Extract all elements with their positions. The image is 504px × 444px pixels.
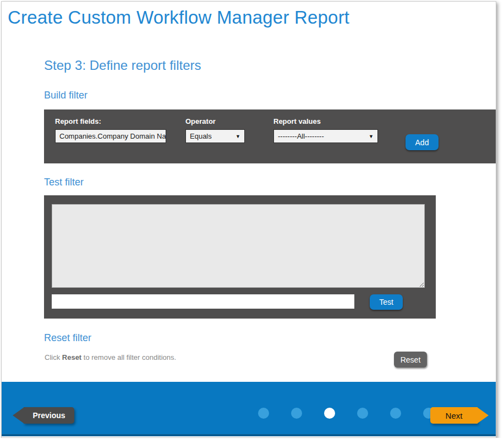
report-values-select[interactable]: --------All-------- ▼	[273, 129, 378, 143]
wizard-step-dots	[258, 408, 434, 419]
report-fields-label: Report fields:	[55, 117, 166, 125]
build-filter-panel: Report fields: Companies.Company Domain …	[44, 109, 496, 163]
page-title: Create Custom Workflow Manager Report	[8, 7, 349, 28]
operator-selected-value: Equals	[190, 132, 212, 140]
reset-filter-heading: Reset filter	[44, 332, 91, 344]
test-value-input[interactable]	[52, 294, 354, 309]
test-button[interactable]: Test	[370, 294, 403, 310]
operator-group: Operator Equals ▼	[185, 117, 245, 143]
report-fields-select[interactable]: Companies.Company Domain Na ▼	[55, 129, 166, 143]
operator-label: Operator	[185, 117, 245, 125]
wizard-page: Create Custom Workflow Manager Report St…	[1, 1, 496, 438]
wizard-nav-bar: Previous Next	[2, 382, 496, 436]
chevron-down-icon: ▼	[235, 134, 240, 139]
test-filter-panel: Test	[44, 195, 436, 319]
wizard-dot-4[interactable]	[357, 408, 368, 419]
operator-select[interactable]: Equals ▼	[185, 129, 245, 143]
test-filter-heading: Test filter	[44, 177, 84, 188]
reset-instruction-text: Click Reset to remove all filter conditi…	[45, 353, 176, 361]
wizard-dot-2[interactable]	[291, 408, 302, 419]
reset-instruction-bold: Reset	[62, 353, 81, 361]
report-values-selected-value: --------All--------	[278, 132, 324, 140]
reset-button[interactable]: Reset	[394, 352, 427, 368]
reset-instruction-suffix: to remove all filter conditions.	[81, 353, 176, 361]
step-heading: Step 3: Define report filters	[44, 58, 201, 73]
previous-button[interactable]: Previous	[24, 407, 74, 424]
report-values-group: Report values --------All-------- ▼	[273, 117, 378, 143]
report-values-label: Report values	[273, 117, 378, 125]
wizard-dot-3[interactable]	[324, 408, 335, 419]
filter-conditions-textarea[interactable]	[52, 204, 425, 288]
reset-instruction-prefix: Click	[45, 353, 62, 361]
add-button[interactable]: Add	[406, 134, 439, 150]
next-button[interactable]: Next	[430, 407, 478, 424]
wizard-dot-1[interactable]	[258, 408, 269, 419]
wizard-dot-5[interactable]	[390, 408, 401, 419]
build-filter-heading: Build filter	[44, 90, 87, 101]
report-fields-selected-value: Companies.Company Domain Na	[59, 132, 166, 140]
chevron-down-icon: ▼	[369, 134, 374, 139]
report-fields-group: Report fields: Companies.Company Domain …	[55, 117, 166, 143]
